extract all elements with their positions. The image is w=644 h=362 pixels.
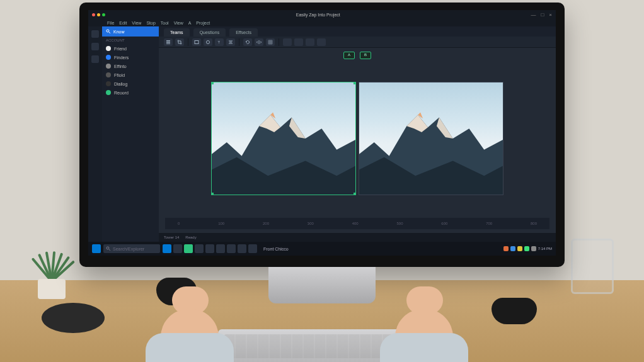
dot-icon <box>106 46 111 51</box>
sidebar-item-finders[interactable]: Finders <box>102 53 159 62</box>
dot-icon <box>106 64 111 69</box>
tool-dup-button[interactable] <box>317 38 326 46</box>
dot-icon <box>106 55 111 60</box>
svg-line-1 <box>109 32 110 33</box>
mountain-image <box>359 82 503 195</box>
tool-rail <box>88 26 102 242</box>
tool-align-button[interactable] <box>226 38 235 46</box>
resize-handle[interactable] <box>211 82 214 84</box>
sidebar-section-account: Account <box>102 37 159 44</box>
mousepad <box>42 303 105 333</box>
tray-icon[interactable] <box>531 246 536 251</box>
window-min-button[interactable]: — <box>531 12 536 18</box>
taskbar-app[interactable] <box>195 244 204 253</box>
tool-flip-button[interactable] <box>255 38 263 46</box>
menubar: File Edit View Stop Tool View A Project <box>88 19 556 26</box>
tool-mask-button[interactable] <box>283 38 292 46</box>
taskbar-app[interactable] <box>163 244 171 253</box>
sidebar-item-label: Effinto <box>114 64 127 69</box>
tool-text-button[interactable]: T <box>215 38 224 46</box>
sidebar-item-label: Friend <box>114 47 127 51</box>
sidebar-item-label: Finders <box>114 55 129 60</box>
menu-a[interactable]: A <box>188 21 192 25</box>
taskbar-app[interactable] <box>238 244 246 253</box>
resize-handle[interactable] <box>354 82 356 84</box>
svg-rect-3 <box>166 42 170 43</box>
sidebar-item-effinto[interactable]: Effinto <box>102 62 159 71</box>
app-window: Easily Zap Into Project — □ × File Edit … <box>88 10 556 256</box>
taskbar-app[interactable] <box>248 244 257 253</box>
tool-move[interactable] <box>91 30 99 38</box>
menu-view2[interactable]: View <box>174 21 183 25</box>
monitor: Easily Zap Into Project — □ × File Edit … <box>79 3 565 267</box>
taskbar-label: Front Chicco <box>263 247 289 251</box>
menu-tool[interactable]: Tool <box>161 21 169 25</box>
taskbar-app[interactable] <box>216 244 225 253</box>
app-title: Easily Zap Into Project <box>110 13 526 17</box>
sidebar-item-friend[interactable]: Friend <box>102 44 159 53</box>
mouse-right <box>492 298 537 324</box>
tray-icon[interactable] <box>517 246 522 251</box>
plant-decoration <box>19 236 82 299</box>
mountain-image <box>212 82 355 195</box>
sidebar-item-ffiold[interactable]: Ffiold <box>102 71 159 79</box>
taskbar-app[interactable] <box>227 244 236 253</box>
taskbar-app[interactable] <box>205 244 214 253</box>
sidebar-search[interactable]: Know <box>102 26 159 37</box>
window-traffic-lights[interactable] <box>92 13 105 16</box>
svg-point-0 <box>106 30 109 32</box>
tab-questions[interactable]: Questions <box>193 28 226 37</box>
resize-handle[interactable] <box>211 193 214 195</box>
status-zoom: Tower 14 <box>164 235 179 239</box>
tool-crop-button[interactable] <box>175 38 184 46</box>
tool-rect-button[interactable] <box>192 38 201 46</box>
taskbar-pinned-apps <box>163 244 257 253</box>
dot-icon <box>106 81 111 86</box>
tool-fill-button[interactable] <box>294 38 303 46</box>
image-pane-left[interactable] <box>211 82 356 195</box>
sidebar: Know Account Friend Finders Effinto Ffio… <box>102 26 159 242</box>
main-area: Teams Questions Effsects T <box>159 26 556 242</box>
taskbar-app[interactable] <box>173 244 182 253</box>
menu-file[interactable]: File <box>107 21 114 25</box>
search-icon <box>106 246 111 251</box>
taskbar-clock[interactable]: 7:14 PM <box>538 247 552 251</box>
taskbar-app[interactable] <box>184 244 193 253</box>
menu-stop[interactable]: Stop <box>146 21 155 25</box>
tray-icon[interactable] <box>510 246 515 251</box>
tool-rotate-button[interactable] <box>243 38 252 46</box>
tool-grid-button[interactable] <box>266 38 275 46</box>
sidebar-item-dialog[interactable]: Diallog <box>102 79 159 88</box>
user-hand-left <box>142 255 236 362</box>
tool-layers-button[interactable] <box>164 38 173 46</box>
tray-icon[interactable] <box>503 246 509 251</box>
dot-icon <box>106 90 111 95</box>
canvas-label-a[interactable]: A <box>343 52 355 59</box>
tab-teams[interactable]: Teams <box>164 28 190 37</box>
tool-select[interactable] <box>91 43 99 50</box>
timeline-ruler[interactable]: 0 100 200 300 400 500 600 700 800 <box>165 218 549 229</box>
window-max-button[interactable]: □ <box>541 12 544 18</box>
tool-circle-button[interactable] <box>204 38 212 46</box>
editor-toolbar: T <box>159 37 556 48</box>
tab-effects[interactable]: Effsects <box>229 28 258 37</box>
canvas-area[interactable] <box>165 62 549 215</box>
sidebar-item-label: Reoord <box>114 91 129 95</box>
svg-point-6 <box>207 40 210 43</box>
taskbar-search[interactable]: Search/Explorer <box>103 244 160 253</box>
menu-edit[interactable]: Edit <box>119 21 127 25</box>
tray-icon[interactable] <box>524 246 529 251</box>
svg-rect-2 <box>166 40 170 42</box>
menu-view[interactable]: View <box>132 21 141 25</box>
tool-search[interactable] <box>91 55 99 63</box>
canvas-label-b[interactable]: B <box>360 52 371 59</box>
tool-fx-button[interactable] <box>306 38 314 46</box>
start-button[interactable] <box>92 244 101 253</box>
menu-project[interactable]: Project <box>196 21 210 25</box>
window-close-button[interactable]: × <box>549 12 552 18</box>
resize-handle[interactable] <box>354 193 356 195</box>
system-tray[interactable]: 7:14 PM <box>503 246 552 251</box>
svg-point-21 <box>106 247 109 249</box>
image-pane-right[interactable] <box>359 82 503 195</box>
sidebar-item-record[interactable]: Reoord <box>102 88 159 97</box>
